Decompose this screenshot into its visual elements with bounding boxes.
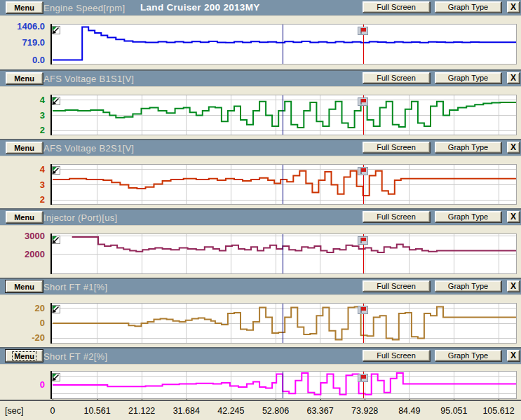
- full-screen-button[interactable]: Full Screen: [363, 142, 430, 153]
- time-axis-tick-label: 63.367: [296, 406, 345, 416]
- close-button[interactable]: X: [507, 142, 520, 153]
- range-marker-icon[interactable]: [52, 304, 60, 312]
- time-axis-tick-label: 84.49: [385, 406, 434, 416]
- full-screen-button[interactable]: Full Screen: [363, 211, 430, 222]
- menu-button-label: Menu: [13, 144, 36, 152]
- marker-flag-icon[interactable]: [358, 304, 368, 313]
- panel-title: Engine Speed[rpm]: [43, 3, 125, 13]
- close-button[interactable]: X: [507, 350, 520, 361]
- panel-title: AFS Voltage B1S1[V]: [43, 74, 134, 84]
- panel-header: Menu Injector (Port)[us] Full Screen Gra…: [0, 210, 521, 226]
- menu-button-label: Menu: [13, 213, 36, 222]
- panel-header: Menu Engine Speed[rpm] Land Cruiser 200 …: [0, 0, 521, 16]
- graph-type-button[interactable]: Graph Type: [435, 350, 501, 361]
- graph-panel: Menu AFS Voltage B1S1[V] Full Screen Gra…: [0, 69, 521, 139]
- graph-panel: Menu Short FT #2[%] Full Screen Graph Ty…: [0, 347, 521, 400]
- chart-svg: [50, 371, 517, 399]
- graph-type-button[interactable]: Graph Type: [435, 1, 501, 13]
- graph-panels-container: Menu Engine Speed[rpm] Land Cruiser 200 …: [0, 0, 521, 400]
- time-axis-tick-label: 31.684: [162, 406, 211, 416]
- panel-plot-area: 0: [0, 365, 521, 400]
- menu-button[interactable]: Menu: [6, 350, 43, 362]
- close-button[interactable]: X: [507, 280, 520, 292]
- chart-svg: [50, 95, 517, 135]
- time-axis-tick-label: 0: [28, 406, 77, 416]
- y-axis-label: 3: [0, 179, 45, 191]
- panel-title: AFS Voltage B2S1[V]: [43, 143, 134, 154]
- menu-button-label: Menu: [13, 352, 36, 360]
- chart-background: [51, 234, 517, 274]
- full-screen-button[interactable]: Full Screen: [363, 1, 430, 13]
- full-screen-button[interactable]: Full Screen: [363, 350, 430, 361]
- menu-button[interactable]: Menu: [6, 280, 43, 292]
- range-marker-icon[interactable]: [52, 95, 60, 104]
- menu-button[interactable]: Menu: [6, 211, 43, 223]
- graph-panel: Menu AFS Voltage B2S1[V] Full Screen Gra…: [0, 139, 521, 208]
- graph-viewer-window: Menu Engine Speed[rpm] Land Cruiser 200 …: [0, 0, 521, 420]
- panel-plot-area: 200-20: [0, 295, 521, 347]
- close-button[interactable]: X: [507, 211, 520, 222]
- y-axis-label: 0.0: [0, 55, 45, 66]
- chart: [50, 164, 517, 208]
- marker-flag-icon[interactable]: [358, 372, 368, 381]
- menu-button[interactable]: Menu: [6, 72, 43, 84]
- close-button[interactable]: X: [507, 72, 520, 83]
- time-axis-tick-label: 52.806: [251, 406, 300, 416]
- panel-header: Menu Short FT #1[%] Full Screen Graph Ty…: [0, 279, 521, 295]
- y-axis-label: 2: [0, 194, 45, 205]
- menu-button-label: Menu: [13, 74, 36, 83]
- panel-header: Menu AFS Voltage B2S1[V] Full Screen Gra…: [0, 140, 521, 156]
- time-axis-tick-label: 95.051: [429, 406, 478, 416]
- panel-title: Short FT #1[%]: [43, 282, 107, 292]
- chart: [50, 371, 517, 402]
- panel-title: Injector (Port)[us]: [43, 212, 117, 223]
- y-axis-label: 0: [0, 379, 45, 391]
- time-axis-tick-label: 10.561: [73, 406, 122, 416]
- marker-flag-icon[interactable]: [358, 25, 368, 34]
- y-axis-label: 2: [0, 125, 45, 136]
- y-axis-label: 3: [0, 110, 45, 121]
- y-axis-label: 2000: [0, 249, 45, 260]
- chart: [50, 95, 517, 138]
- chart-background: [51, 25, 517, 65]
- y-axis-label: 0: [0, 318, 45, 329]
- chart-svg: [50, 233, 517, 274]
- graph-panel: Menu Injector (Port)[us] Full Screen Gra…: [0, 208, 521, 278]
- panel-plot-area: 30002000: [0, 226, 521, 278]
- menu-button-label: Menu: [13, 283, 36, 291]
- range-marker-icon[interactable]: [52, 372, 60, 380]
- full-screen-button[interactable]: Full Screen: [363, 72, 430, 83]
- close-button[interactable]: X: [507, 1, 520, 13]
- range-marker-icon[interactable]: [52, 25, 60, 33]
- full-screen-button[interactable]: Full Screen: [363, 280, 430, 292]
- graph-panel: Menu Short FT #1[%] Full Screen Graph Ty…: [0, 278, 521, 347]
- graph-panel: Menu Engine Speed[rpm] Land Cruiser 200 …: [0, 0, 521, 69]
- panel-plot-area: 432: [0, 156, 521, 208]
- marker-flag-icon[interactable]: [358, 165, 368, 174]
- range-marker-icon[interactable]: [52, 165, 60, 173]
- marker-flag-icon[interactable]: [358, 96, 368, 104]
- chart-svg: [50, 24, 517, 65]
- panel-title: Short FT #2[%]: [43, 351, 107, 362]
- menu-button[interactable]: Menu: [6, 1, 43, 13]
- range-marker-icon[interactable]: [52, 234, 60, 243]
- time-axis-tick-label: 105.612: [474, 406, 521, 416]
- menu-button[interactable]: Menu: [6, 142, 43, 154]
- graph-type-button[interactable]: Graph Type: [435, 211, 501, 222]
- chart: [50, 24, 517, 67]
- vehicle-title: Land Cruiser 200 2013MY: [140, 2, 259, 13]
- y-axis-label: 4: [0, 164, 45, 175]
- chart: [50, 233, 517, 277]
- graph-type-button[interactable]: Graph Type: [435, 142, 501, 153]
- y-axis-label: 1406.0: [0, 21, 45, 32]
- panel-plot-area: 1406.0719.00.0: [0, 16, 521, 69]
- graph-type-button[interactable]: Graph Type: [435, 72, 501, 83]
- graph-type-button[interactable]: Graph Type: [435, 280, 501, 292]
- y-axis-label: -20: [0, 332, 45, 344]
- y-axis-label: 719.0: [0, 37, 45, 48]
- y-axis-label: 3000: [0, 231, 45, 242]
- marker-flag-icon[interactable]: [358, 235, 368, 243]
- chart-svg: [50, 303, 517, 344]
- chart: [50, 303, 517, 346]
- time-axis-unit-label: [sec]: [5, 406, 23, 416]
